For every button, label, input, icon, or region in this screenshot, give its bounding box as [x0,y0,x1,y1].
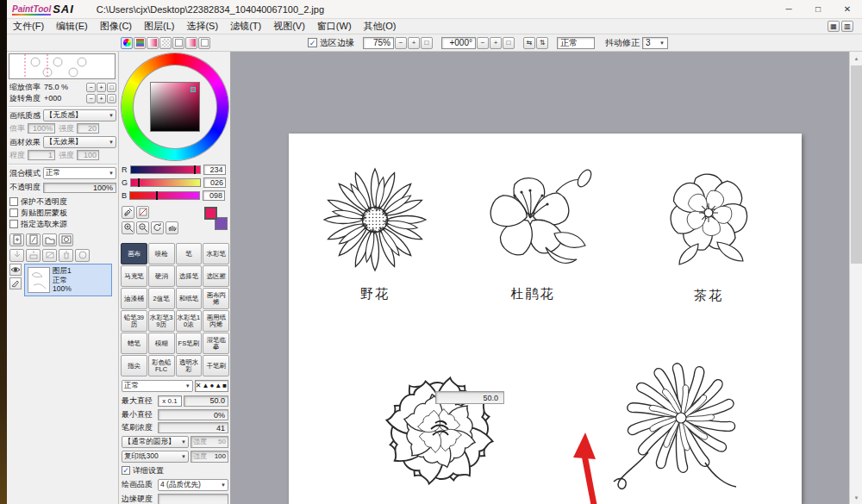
menu-view[interactable]: 视图(V) [267,20,311,33]
edge-hardness-slider[interactable] [158,494,228,504]
selection-source-option[interactable]: 指定选取来源 [9,219,116,229]
navigator-preview[interactable] [9,53,116,79]
brush-tool[interactable]: 选择笔 [176,265,203,287]
rgb-slider-tab[interactable] [134,37,146,49]
blue-value[interactable]: 098 [203,190,225,201]
selection-edge-option[interactable]: ✓ 选区边缘 [308,37,354,49]
preserve-opacity-option[interactable]: 保护不透明度 [9,196,116,207]
paper-texture-dropdown[interactable]: 【无质感】 ▼ [43,109,116,121]
zoom-out-icon[interactable]: − [395,37,407,49]
brush-tool[interactable]: 铅笔39历 [121,310,147,332]
brush-tool[interactable]: 干笔刷 [203,355,229,376]
green-value[interactable]: 026 [203,177,226,188]
blend-mode-dropdown[interactable]: 正常 ▼ [43,167,116,179]
color-wheel[interactable] [122,53,228,160]
green-slider[interactable] [130,178,201,187]
flip-vertical-icon[interactable]: ⇅ [536,37,548,49]
clipping-mask-checkbox[interactable] [9,208,18,217]
selection-edge-checkbox[interactable]: ✓ [308,38,317,47]
nav-rotate-ccw-icon[interactable]: − [86,94,96,103]
advanced-settings-option[interactable]: ✓ 详细设置 [122,465,228,476]
brush-tool[interactable]: 蜡笔 [121,333,147,354]
brush-tool[interactable]: 油漆桶 [121,288,147,309]
layer-mask-icon[interactable] [59,233,73,246]
brush-tool[interactable]: 画用纸丙烯 [203,310,229,332]
titlebar[interactable]: PaintTool SAI C:\Users\cjx\Desktop\22382… [7,0,862,19]
scroll-up-icon[interactable]: ▲ [850,52,862,65]
clipping-mask-option[interactable]: 剪贴图层蒙板 [9,208,116,218]
nav-zoom-reset-icon[interactable]: □ [107,83,116,92]
brush-tool[interactable]: 模糊 [148,333,175,354]
brush-tool[interactable]: 笔 [176,243,203,264]
brush-tool[interactable]: 马克笔 [121,265,147,287]
merge-down-icon[interactable] [26,249,41,262]
zoom-in-icon[interactable]: + [408,37,420,49]
zoom-value[interactable]: 75% [363,37,394,49]
brush-shape-icons[interactable]: ✕▲●▲■ [195,380,228,392]
delete-layer-icon[interactable] [59,249,73,262]
brush-tool[interactable]: 湿笔临摹 [203,333,229,354]
rotate-cw-icon[interactable]: + [490,37,502,49]
paint-effect-icon[interactable] [9,277,22,289]
brush-tool[interactable]: 透明水彩 [176,355,203,376]
brush-tool[interactable]: 彩色铅FLC [148,355,175,376]
brush-density-slider[interactable]: 41 [158,422,228,433]
menu-filter[interactable]: 滤镜(T) [224,20,267,33]
menu-image[interactable]: 图像(C) [94,20,138,33]
foreground-color-swatch[interactable] [204,207,217,220]
scroll-down-icon[interactable]: ▼ [850,491,862,504]
new-linework-layer-icon[interactable] [26,233,41,246]
advanced-settings-checkbox[interactable]: ✓ [122,466,130,475]
paint-mode-dropdown[interactable]: 正常 [557,37,595,49]
brush-tool[interactable]: 水彩笔 [203,243,229,264]
layer-options-icon[interactable] [75,249,90,262]
new-layer-icon[interactable] [9,233,24,246]
red-value[interactable]: 234 [203,165,226,175]
material-effect-dropdown[interactable]: 【无效果】 ▼ [43,136,116,148]
selection-source-checkbox[interactable] [9,220,18,228]
diameter-multiplier-dropdown[interactable]: x 0.1 [158,395,182,407]
swatches-tab[interactable] [159,37,172,49]
nav-zoom-in-icon[interactable]: + [97,83,106,92]
menu-other[interactable]: 其他(O) [358,20,403,33]
preserve-opacity-checkbox[interactable] [9,197,18,206]
brush-tool[interactable]: 水彩笔10浓 [176,310,203,332]
layer-opacity-slider[interactable]: 100% [43,183,116,193]
canvas-viewport[interactable]: 野花 杜鹃花 茶花 50.0 ▲ ▼ [231,52,862,504]
hand-tool-icon[interactable] [166,221,178,234]
nav-rotate-reset-icon[interactable]: □ [107,94,116,103]
nav-rotate-cw-icon[interactable]: + [97,94,106,103]
zoom-in-tool-icon[interactable] [122,221,134,234]
vertical-scrollbar[interactable]: ▲ ▼ [849,52,862,504]
brush-tool[interactable]: 指尖 [121,355,147,376]
clear-layer-icon[interactable] [42,249,57,262]
paper-scale-slider[interactable]: 100% [28,123,55,134]
brush-tool[interactable]: 喷枪 [148,243,175,264]
maximize-button[interactable]: □ [803,0,833,19]
scrollbar-thumb[interactable] [851,65,862,264]
nav-zoom-out-icon[interactable]: − [86,83,96,92]
minimize-button[interactable]: ─ [774,0,803,19]
min-diameter-slider[interactable]: 0% [158,409,228,420]
brush-tool[interactable]: 画布 [121,243,147,264]
brush-tool[interactable]: 画布丙烯 [203,288,229,309]
menu-file[interactable]: 文件(F) [7,20,50,33]
menu-select[interactable]: 选择(S) [180,20,224,33]
close-button[interactable]: ✕ [833,0,862,19]
scratchpad-tab[interactable] [172,37,184,49]
brush-tool[interactable]: 2值笔 [148,288,175,309]
new-layer-set-icon[interactable] [42,233,57,246]
rotate-ccw-icon[interactable]: − [477,37,489,49]
brush-blend-dropdown[interactable]: 正常 ▼ [122,380,193,392]
layer-item-selected[interactable]: 图层1 正常 100% [24,264,112,296]
blue-slider[interactable] [129,191,200,200]
red-slider[interactable] [130,165,201,174]
transfer-down-icon[interactable] [9,249,24,262]
mixer-tab[interactable] [185,37,197,49]
rotate-canvas-icon[interactable] [151,221,164,234]
rotate-reset-icon[interactable]: □ [503,37,515,49]
eyedropper-icon[interactable] [122,206,134,219]
zoom-out-tool-icon[interactable] [136,221,149,234]
brush-tool[interactable]: 硬消 [148,265,175,287]
options-tab[interactable] [198,37,210,49]
